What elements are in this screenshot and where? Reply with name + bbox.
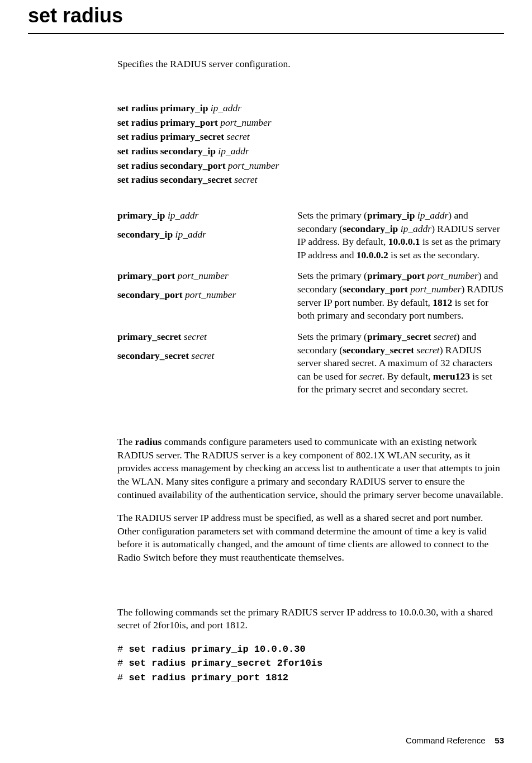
- syntax-section: Syntax set radius primary_ip ip_addr set…: [117, 102, 504, 404]
- syntax-arg: port_number: [228, 160, 279, 171]
- param-cmd: secondary_secret: [117, 350, 191, 361]
- param-row: primary_port port_number secondary_port …: [117, 269, 504, 330]
- param-arg: ip_addr: [168, 210, 198, 221]
- prompt: #: [117, 658, 129, 669]
- syntax-cmd: set radius primary_port: [117, 117, 220, 128]
- param-desc: Sets the primary (primary_port port_numb…: [297, 269, 504, 330]
- t: secondary_secret: [343, 344, 416, 356]
- page-footer: Command Reference 53: [28, 735, 504, 746]
- syntax-arg: ip_addr: [218, 145, 249, 157]
- syntax-cmd: set radius secondary_ip: [117, 145, 218, 157]
- param-row: primary_secret secret secondary_secret s…: [117, 330, 504, 404]
- t: port_number: [410, 283, 461, 295]
- usage-section: Usage The radius commands configure para…: [117, 435, 504, 575]
- code-line: set radius primary_port 1812: [129, 672, 288, 683]
- param-name: primary_port port_number secondary_port …: [117, 269, 297, 330]
- param-arg: secret: [184, 331, 207, 342]
- t: secret: [417, 344, 440, 356]
- prompt: #: [117, 672, 129, 683]
- syntax-cmd: set radius primary_secret: [117, 131, 227, 142]
- t: secret: [359, 371, 382, 382]
- param-row: primary_ip ip_addr secondary_ip ip_addr …: [117, 209, 504, 270]
- t: ip_addr: [417, 210, 448, 221]
- t: 10.0.0.2: [357, 249, 388, 260]
- syntax-arg: secret: [234, 174, 257, 185]
- param-desc: Sets the primary (primary_ip ip_addr) an…: [297, 209, 504, 270]
- t: primary_port: [367, 270, 427, 281]
- syntax-cmd: set radius secondary_secret: [117, 174, 234, 185]
- examples-section: Examples The following commands set the …: [117, 606, 504, 685]
- t: Sets the primary (: [297, 270, 367, 281]
- t: radius: [135, 436, 162, 447]
- t: 1812: [433, 297, 452, 308]
- param-arg: port_number: [185, 289, 236, 300]
- usage-paragraph: The radius commands configure parameters…: [117, 435, 504, 501]
- examples-intro: The following commands set the primary R…: [117, 606, 504, 632]
- param-arg: secret: [191, 350, 214, 361]
- t: port_number: [427, 270, 478, 281]
- title-rule: [28, 33, 504, 34]
- t: meru123: [433, 371, 470, 382]
- param-name: primary_secret secret secondary_secret s…: [117, 330, 297, 404]
- param-arg: ip_addr: [175, 229, 206, 240]
- t: primary_ip: [367, 210, 417, 221]
- prompt: #: [117, 644, 129, 655]
- code-block: # set radius primary_ip 10.0.0.30 # set …: [117, 642, 504, 685]
- param-cmd: secondary_ip: [117, 229, 175, 240]
- t: secondary_ip: [343, 223, 401, 234]
- t: The: [117, 436, 135, 447]
- syntax-arg: secret: [227, 131, 250, 142]
- param-arg: port_number: [177, 270, 228, 281]
- syntax-cmd: set radius secondary_port: [117, 160, 228, 171]
- t: Sets the primary (: [297, 331, 367, 342]
- param-desc: Sets the primary (primary_secret secret)…: [297, 330, 504, 404]
- t: secret: [434, 331, 457, 342]
- param-cmd: secondary_port: [117, 289, 185, 300]
- usage-paragraph: The RADIUS server IP address must be spe…: [117, 511, 504, 565]
- syntax-cmd: set radius primary_ip: [117, 102, 211, 113]
- param-cmd: primary_ip: [117, 210, 168, 221]
- syntax-lines: set radius primary_ip ip_addr set radius…: [117, 102, 504, 187]
- footer-page-number: 53: [495, 736, 504, 745]
- syntax-arg: port_number: [220, 117, 271, 128]
- t: Sets the primary (: [297, 210, 367, 221]
- t: commands configure parameters used to co…: [117, 436, 504, 500]
- param-name: primary_ip ip_addr secondary_ip ip_addr: [117, 209, 297, 270]
- t: primary_secret: [367, 331, 434, 342]
- t: 10.0.0.1: [388, 236, 420, 247]
- page-title: set radius: [28, 0, 504, 30]
- code-line: set radius primary_secret 2for10is: [129, 658, 322, 669]
- t: is set as the secondary.: [388, 249, 479, 260]
- t: ip_addr: [401, 223, 431, 234]
- t: . By default,: [382, 371, 433, 382]
- param-cmd: primary_port: [117, 270, 177, 281]
- param-cmd: primary_secret: [117, 331, 184, 342]
- t: secondary_port: [343, 283, 410, 295]
- footer-text: Command Reference: [406, 736, 486, 745]
- code-line: set radius primary_ip 10.0.0.30: [129, 644, 305, 655]
- param-table: primary_ip ip_addr secondary_ip ip_addr …: [117, 209, 504, 404]
- syntax-arg: ip_addr: [211, 102, 241, 113]
- intro-text: Specifies the RADIUS server configuratio…: [117, 58, 504, 71]
